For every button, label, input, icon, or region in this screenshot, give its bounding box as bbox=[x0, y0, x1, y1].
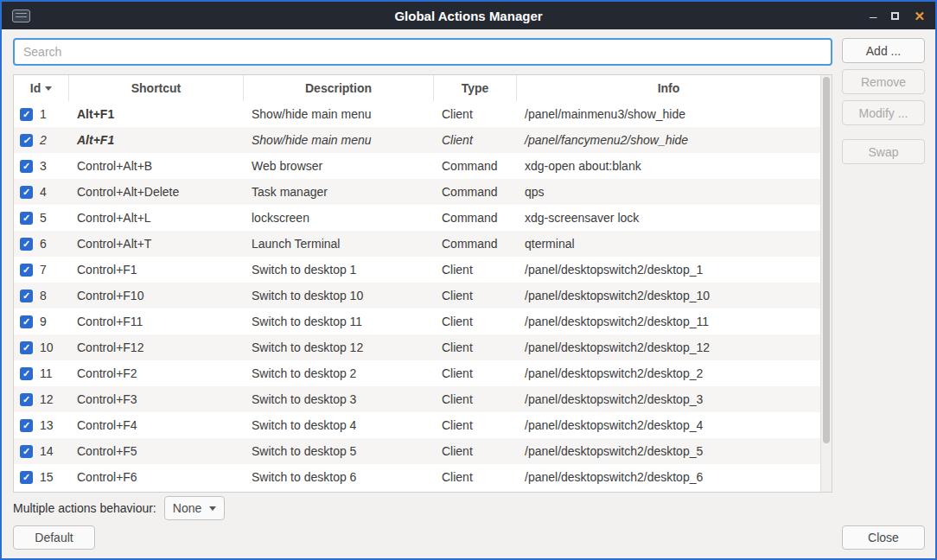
row-description: Switch to desktop 12 bbox=[244, 340, 434, 354]
shortcuts-table: Id Shortcut Description Type Info 1 Alt+… bbox=[13, 74, 832, 493]
column-header-id[interactable]: Id bbox=[14, 75, 69, 101]
row-checkbox[interactable] bbox=[20, 108, 33, 121]
behaviour-select[interactable]: None bbox=[164, 496, 225, 520]
global-actions-manager-window: Global Actions Manager – ✕ Add ... Remov… bbox=[0, 0, 937, 560]
row-info: /panel/fancymenu2/show_hide bbox=[517, 133, 820, 147]
column-header-shortcut[interactable]: Shortcut bbox=[69, 75, 244, 101]
row-type: Client bbox=[434, 392, 517, 406]
row-info: /panel/desktopswitch2/desktop_3 bbox=[517, 392, 820, 406]
table-row[interactable]: 13 Control+F4 Switch to desktop 4 Client… bbox=[14, 412, 820, 438]
row-info: xdg-open about:blank bbox=[517, 159, 820, 173]
column-header-description[interactable]: Description bbox=[244, 75, 434, 101]
row-id: 8 bbox=[40, 289, 47, 302]
row-id: 13 bbox=[40, 418, 54, 432]
row-type: Client bbox=[434, 418, 517, 432]
table-row[interactable]: 7 Control+F1 Switch to desktop 1 Client … bbox=[14, 257, 820, 283]
table-row[interactable]: 15 Control+F6 Switch to desktop 6 Client… bbox=[14, 464, 820, 490]
row-checkbox[interactable] bbox=[20, 315, 33, 328]
row-checkbox[interactable] bbox=[20, 445, 33, 458]
add-button[interactable]: Add ... bbox=[842, 38, 925, 63]
table-row[interactable]: 8 Control+F10 Switch to desktop 10 Clien… bbox=[14, 283, 820, 309]
row-type: Client bbox=[434, 263, 517, 277]
row-shortcut: Control+Alt+Delete bbox=[69, 185, 244, 199]
row-description: Task manager bbox=[244, 185, 434, 199]
column-header-info[interactable]: Info bbox=[517, 75, 820, 101]
table-row[interactable]: 14 Control+F5 Switch to desktop 5 Client… bbox=[14, 438, 820, 464]
table-row[interactable]: 1 Alt+F1 Show/hide main menu Client /pan… bbox=[14, 101, 820, 127]
row-type: Command bbox=[434, 159, 517, 173]
vertical-scrollbar[interactable] bbox=[820, 75, 832, 492]
row-checkbox[interactable] bbox=[20, 393, 33, 406]
row-shortcut: Control+Alt+L bbox=[69, 211, 244, 225]
row-shortcut: Control+F2 bbox=[69, 366, 244, 380]
row-info: /panel/desktopswitch2/desktop_4 bbox=[517, 418, 820, 432]
row-type: Client bbox=[434, 107, 517, 121]
close-button[interactable]: Close bbox=[842, 525, 925, 550]
modify-button[interactable]: Modify ... bbox=[842, 100, 925, 125]
column-header-type[interactable]: Type bbox=[434, 75, 517, 101]
row-shortcut: Control+F10 bbox=[69, 289, 244, 302]
row-checkbox[interactable] bbox=[20, 264, 33, 277]
row-checkbox[interactable] bbox=[20, 186, 33, 199]
behaviour-selected-value: None bbox=[173, 501, 201, 515]
row-type: Client bbox=[434, 444, 517, 458]
row-info: /panel/mainmenu3/show_hide bbox=[517, 107, 820, 121]
titlebar-close-button[interactable]: ✕ bbox=[914, 10, 925, 22]
row-id: 3 bbox=[40, 159, 47, 173]
row-id: 10 bbox=[40, 340, 54, 354]
default-button[interactable]: Default bbox=[13, 525, 95, 550]
row-checkbox[interactable] bbox=[20, 134, 33, 147]
row-checkbox[interactable] bbox=[20, 419, 33, 432]
row-checkbox[interactable] bbox=[20, 160, 33, 173]
remove-button[interactable]: Remove bbox=[842, 69, 925, 94]
action-buttons: Add ... Remove Modify ... Swap bbox=[842, 38, 925, 493]
table-row[interactable]: 4 Control+Alt+Delete Task manager Comman… bbox=[14, 179, 820, 205]
row-type: Client bbox=[434, 133, 517, 147]
row-info: xdg-screensaver lock bbox=[517, 211, 820, 225]
maximize-button[interactable] bbox=[891, 12, 899, 20]
row-description: Show/hide main menu bbox=[244, 133, 434, 147]
table-row[interactable]: 3 Control+Alt+B Web browser Command xdg-… bbox=[14, 153, 820, 179]
row-type: Client bbox=[434, 340, 517, 354]
row-checkbox[interactable] bbox=[20, 471, 33, 484]
row-description: Switch to desktop 11 bbox=[244, 315, 434, 328]
row-id: 9 bbox=[40, 315, 47, 328]
row-type: Command bbox=[434, 185, 517, 199]
swap-button[interactable]: Swap bbox=[842, 139, 925, 164]
row-checkbox[interactable] bbox=[20, 212, 33, 225]
scrollbar-thumb[interactable] bbox=[823, 77, 830, 443]
row-type: Client bbox=[434, 366, 517, 380]
table-row[interactable]: 11 Control+F2 Switch to desktop 2 Client… bbox=[14, 360, 820, 386]
row-shortcut: Control+F1 bbox=[69, 263, 244, 277]
row-shortcut: Control+F12 bbox=[69, 340, 244, 354]
row-description: Switch to desktop 4 bbox=[244, 418, 434, 432]
row-info: /panel/desktopswitch2/desktop_5 bbox=[517, 444, 820, 458]
table-row[interactable]: 12 Control+F3 Switch to desktop 3 Client… bbox=[14, 386, 820, 412]
row-shortcut: Alt+F1 bbox=[69, 133, 244, 147]
row-checkbox[interactable] bbox=[20, 367, 33, 380]
search-input[interactable] bbox=[13, 38, 832, 66]
row-info: /panel/desktopswitch2/desktop_11 bbox=[517, 315, 820, 328]
row-checkbox[interactable] bbox=[20, 290, 33, 302]
row-type: Client bbox=[434, 289, 517, 302]
table-header: Id Shortcut Description Type Info bbox=[14, 75, 820, 101]
minimize-button[interactable]: – bbox=[870, 10, 876, 22]
row-description: Switch to desktop 6 bbox=[244, 470, 434, 484]
table-row[interactable]: 10 Control+F12 Switch to desktop 12 Clie… bbox=[14, 334, 820, 360]
row-description: Switch to desktop 3 bbox=[244, 392, 434, 406]
row-description: Web browser bbox=[244, 159, 434, 173]
table-row[interactable]: 5 Control+Alt+L lockscreen Command xdg-s… bbox=[14, 205, 820, 231]
row-checkbox[interactable] bbox=[20, 238, 33, 251]
row-description: lockscreen bbox=[244, 211, 434, 225]
table-row[interactable]: 6 Control+Alt+T Launch Terminal Command … bbox=[14, 231, 820, 257]
row-type: Command bbox=[434, 237, 517, 251]
row-checkbox[interactable] bbox=[20, 341, 33, 354]
row-id: 1 bbox=[40, 107, 47, 121]
table-body: 1 Alt+F1 Show/hide main menu Client /pan… bbox=[14, 101, 820, 492]
row-id: 4 bbox=[40, 185, 47, 199]
row-id: 7 bbox=[40, 263, 47, 277]
table-row[interactable]: 9 Control+F11 Switch to desktop 11 Clien… bbox=[14, 309, 820, 334]
table-row[interactable]: 2 Alt+F1 Show/hide main menu Client /pan… bbox=[14, 127, 820, 153]
row-id: 5 bbox=[40, 211, 47, 225]
row-info: /panel/desktopswitch2/desktop_2 bbox=[517, 366, 820, 380]
